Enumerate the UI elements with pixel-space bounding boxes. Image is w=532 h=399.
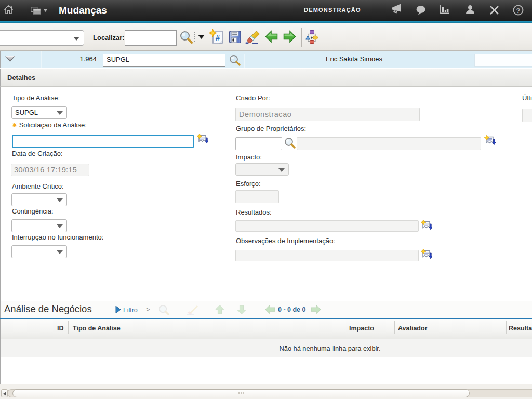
svg-text:?: ? xyxy=(516,7,521,15)
svg-text:#: # xyxy=(216,33,220,42)
